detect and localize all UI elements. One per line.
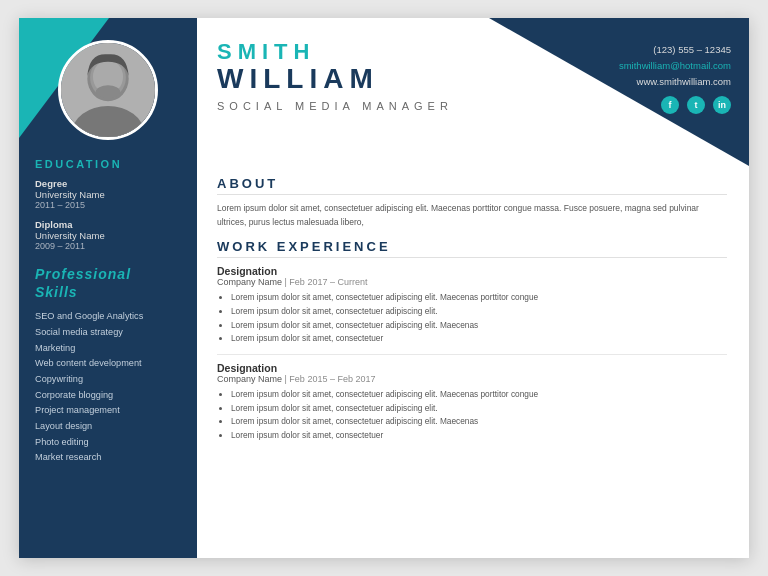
about-heading: ABOUT bbox=[217, 176, 727, 195]
work-experience-heading: WORK EXPERIENCE bbox=[217, 239, 727, 258]
work-designation: Designation bbox=[217, 265, 727, 277]
sidebar-content: EDUCATION Degree University Name 2011 – … bbox=[19, 140, 197, 478]
skill-item: Project management bbox=[35, 403, 181, 419]
skill-item: Market research bbox=[35, 450, 181, 466]
work-bullet-item: Lorem ipsum dolor sit amet, consectetuer… bbox=[231, 319, 727, 333]
skill-item: Layout design bbox=[35, 419, 181, 435]
edu-school-1: University Name bbox=[35, 189, 181, 200]
edu-years-2: 2009 – 2011 bbox=[35, 241, 181, 251]
work-bullets: Lorem ipsum dolor sit amet, consectetuer… bbox=[217, 291, 727, 346]
work-bullet-item: Lorem ipsum dolor sit amet, consectetuer bbox=[231, 429, 727, 443]
work-bullets: Lorem ipsum dolor sit amet, consectetuer… bbox=[217, 388, 727, 443]
work-designation: Designation bbox=[217, 362, 727, 374]
skills-heading: ProfessionalSkills bbox=[35, 265, 181, 301]
facebook-icon[interactable]: f bbox=[661, 96, 679, 114]
education-item-2: Diploma University Name 2009 – 2011 bbox=[35, 219, 181, 251]
work-bullet-item: Lorem ipsum dolor sit amet, consectetuer… bbox=[231, 388, 727, 402]
avatar bbox=[58, 40, 158, 140]
last-name: WILLIAM bbox=[217, 64, 453, 95]
work-bullet-item: Lorem ipsum dolor sit amet, consectetuer bbox=[231, 332, 727, 346]
body-section: ABOUT Lorem ipsum dolor sit amet, consec… bbox=[197, 166, 749, 558]
first-name: SMITH bbox=[217, 40, 453, 64]
skills-list: SEO and Google AnalyticsSocial media str… bbox=[35, 309, 181, 465]
skill-item: Copywriting bbox=[35, 372, 181, 388]
work-company: Company Name | Feb 2017 – Current bbox=[217, 277, 727, 287]
work-experience-list: DesignationCompany Name | Feb 2017 – Cur… bbox=[217, 265, 727, 443]
about-text: Lorem ipsum dolor sit amet, consectetuer… bbox=[217, 202, 727, 229]
work-company: Company Name | Feb 2015 – Feb 2017 bbox=[217, 374, 727, 384]
name-block: SMITH WILLIAM Social Media Manager bbox=[217, 40, 453, 112]
twitter-icon[interactable]: t bbox=[687, 96, 705, 114]
svg-point-5 bbox=[96, 85, 120, 98]
work-bullet-item: Lorem ipsum dolor sit amet, consectetuer… bbox=[231, 415, 727, 429]
edu-years-1: 2011 – 2015 bbox=[35, 200, 181, 210]
resume-card: EDUCATION Degree University Name 2011 – … bbox=[19, 18, 749, 558]
phone: (123) 555 – 12345 bbox=[619, 42, 731, 58]
skill-item: Photo editing bbox=[35, 435, 181, 451]
main-content: SMITH WILLIAM Social Media Manager (123)… bbox=[197, 18, 749, 558]
edu-label-1: Degree bbox=[35, 178, 181, 189]
work-bullet-item: Lorem ipsum dolor sit amet, consectetuer… bbox=[231, 305, 727, 319]
job-title: Social Media Manager bbox=[217, 100, 453, 112]
sidebar: EDUCATION Degree University Name 2011 – … bbox=[19, 18, 197, 558]
work-separator bbox=[217, 354, 727, 355]
skill-item: Marketing bbox=[35, 341, 181, 357]
edu-label-2: Diploma bbox=[35, 219, 181, 230]
skill-item: Corporate blogging bbox=[35, 388, 181, 404]
social-icons: f t in bbox=[619, 96, 731, 114]
edu-school-2: University Name bbox=[35, 230, 181, 241]
education-heading: EDUCATION bbox=[35, 158, 181, 170]
skill-item: Social media strategy bbox=[35, 325, 181, 341]
education-item-1: Degree University Name 2011 – 2015 bbox=[35, 178, 181, 210]
work-bullet-item: Lorem ipsum dolor sit amet, consectetuer… bbox=[231, 291, 727, 305]
header-section: SMITH WILLIAM Social Media Manager (123)… bbox=[197, 18, 749, 166]
skill-item: Web content development bbox=[35, 356, 181, 372]
avatar-placeholder bbox=[61, 43, 155, 137]
skill-item: SEO and Google Analytics bbox=[35, 309, 181, 325]
contact-block: (123) 555 – 12345 smithwilliam@hotmail.c… bbox=[619, 42, 731, 114]
avatar-image bbox=[61, 43, 155, 137]
linkedin-icon[interactable]: in bbox=[713, 96, 731, 114]
work-bullet-item: Lorem ipsum dolor sit amet, consectetuer… bbox=[231, 402, 727, 416]
website: www.smithwilliam.com bbox=[619, 74, 731, 90]
email: smithwilliam@hotmail.com bbox=[619, 58, 731, 74]
